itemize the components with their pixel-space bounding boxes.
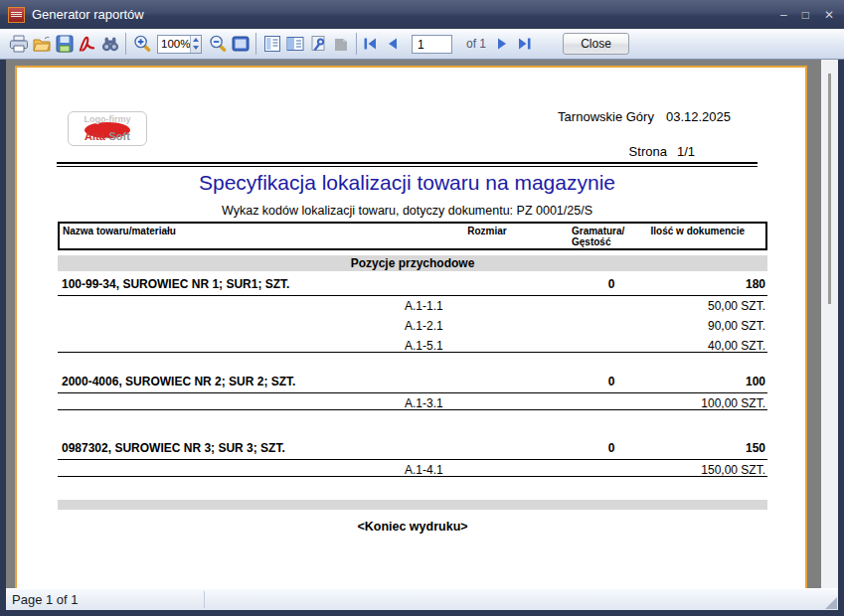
close-window-button[interactable]: ✕ <box>824 9 834 21</box>
location-qty: 150,00 SZT. <box>701 463 765 477</box>
location-code: A.1-3.1 <box>405 396 443 410</box>
item-group: 2000-4006, SUROWIEC NR 2; SUR 2; SZT. 0 … <box>58 376 767 410</box>
location-code: A.1-2.1 <box>405 319 443 333</box>
save-icon[interactable] <box>55 34 74 54</box>
status-bar: Page 1 of 1 <box>6 588 838 610</box>
report-title: Specyfikacja lokalizacji towaru na magaz… <box>57 171 758 195</box>
spin-down-icon[interactable] <box>191 44 201 53</box>
zoom-level-select[interactable]: 100% <box>157 35 202 54</box>
zoom-spinner[interactable] <box>190 36 201 53</box>
page-indicator: Strona1/1 <box>629 144 695 159</box>
location-row: A.1-4.1 150,00 SZT. <box>58 460 767 480</box>
footer-band <box>58 500 767 510</box>
item-name: 100-99-34, SUROWIEC NR 1; SUR1; SZT. <box>62 278 289 291</box>
report-generator-window: Generator raportów – □ ✕ 100% <box>0 0 844 616</box>
end-of-print: <Koniec wydruku> <box>58 520 767 534</box>
report-subtitle: Wykaz kodów lokalizacji towaru, dotyczy … <box>57 204 758 218</box>
print-icon[interactable] <box>9 34 28 54</box>
prev-page-icon[interactable] <box>385 36 400 52</box>
item-qty: 100 <box>746 376 765 388</box>
location-qty: 50,00 SZT. <box>708 299 765 313</box>
full-screen-icon[interactable] <box>231 34 250 54</box>
report-page: Logo-firmy Wzór Alta-Soft Tarnowskie Gór… <box>15 66 807 588</box>
location-code: A.1-1.1 <box>405 299 443 313</box>
section-header: Pozycje przychodowe <box>58 255 767 271</box>
location-code: A.1-5.1 <box>405 339 443 353</box>
company-logo: Logo-firmy Wzór Alta-Soft <box>68 111 147 146</box>
item-weight: 0 <box>572 278 651 291</box>
pdf-export-icon[interactable] <box>78 34 96 54</box>
location-qty: 90,00 SZT. <box>708 319 765 333</box>
item-weight: 0 <box>572 376 651 388</box>
page-settings-icon[interactable] <box>262 34 281 54</box>
vertical-scrollbar[interactable] <box>821 60 838 588</box>
toolbar: 100% of 1 <box>0 29 844 60</box>
edit-page-icon[interactable] <box>331 34 350 54</box>
next-page-icon[interactable] <box>495 36 510 52</box>
city-date: Tarnowskie Góry03.12.2025 <box>558 109 731 124</box>
location-code: A.1-4.1 <box>405 463 443 477</box>
item-row: 2000-4006, SUROWIEC NR 2; SUR 2; SZT. 0 … <box>58 376 767 388</box>
open-icon[interactable] <box>32 34 51 54</box>
first-page-icon[interactable] <box>363 36 378 52</box>
location-row: A.1-2.1 90,00 SZT. <box>58 316 767 336</box>
item-group: 0987302, SUROWIEC NR 3; SUR 3; SZT. 0 15… <box>58 442 767 477</box>
item-weight: 0 <box>572 442 651 455</box>
item-qty: 150 <box>746 442 765 455</box>
find-icon[interactable] <box>100 34 119 54</box>
item-row: 0987302, SUROWIEC NR 3; SUR 3; SZT. 0 15… <box>58 442 767 455</box>
page-number-input[interactable] <box>412 35 452 54</box>
zoom-level-value[interactable]: 100% <box>158 36 190 53</box>
item-row: 100-99-34, SUROWIEC NR 1; SUR1; SZT. 0 1… <box>58 278 767 291</box>
item-name: 0987302, SUROWIEC NR 3; SUR 3; SZT. <box>62 442 285 455</box>
titlebar: Generator raportów – □ ✕ <box>0 0 844 29</box>
item-qty: 180 <box>746 278 765 291</box>
spin-up-icon[interactable] <box>191 36 201 45</box>
window-title: Generator raportów <box>32 7 780 22</box>
last-page-icon[interactable] <box>517 36 532 52</box>
item-name: 2000-4006, SUROWIEC NR 2; SUR 2; SZT. <box>62 376 295 388</box>
page-count-label: of 1 <box>466 37 486 51</box>
location-row: A.1-3.1 100,00 SZT. <box>58 393 767 413</box>
scrollbar-thumb[interactable] <box>828 74 831 304</box>
preview-area: Logo-firmy Wzór Alta-Soft Tarnowskie Gór… <box>6 60 821 588</box>
location-qty: 100,00 SZT. <box>701 396 765 410</box>
zoom-in-icon[interactable] <box>132 34 151 54</box>
print-setup-icon[interactable] <box>308 34 327 54</box>
close-button[interactable]: Close <box>563 33 629 55</box>
header-rule <box>57 162 758 167</box>
status-separator <box>204 591 205 608</box>
resize-grip[interactable] <box>825 597 837 609</box>
maximize-button[interactable]: □ <box>802 9 809 21</box>
two-page-view-icon[interactable] <box>285 34 304 54</box>
location-row: A.1-5.1 40,00 SZT. <box>58 336 767 356</box>
item-group: 100-99-34, SUROWIEC NR 1; SUR1; SZT. 0 1… <box>58 278 767 353</box>
minimize-button[interactable]: – <box>780 9 787 21</box>
location-qty: 40,00 SZT. <box>708 339 765 353</box>
location-row: A.1-1.1 50,00 SZT. <box>58 296 767 316</box>
zoom-out-icon[interactable] <box>208 34 227 54</box>
status-text: Page 1 of 1 <box>12 592 79 607</box>
table-header: Nazwa towaru/materiału Rozmiar Gramatura… <box>58 222 767 250</box>
app-icon <box>8 7 25 23</box>
